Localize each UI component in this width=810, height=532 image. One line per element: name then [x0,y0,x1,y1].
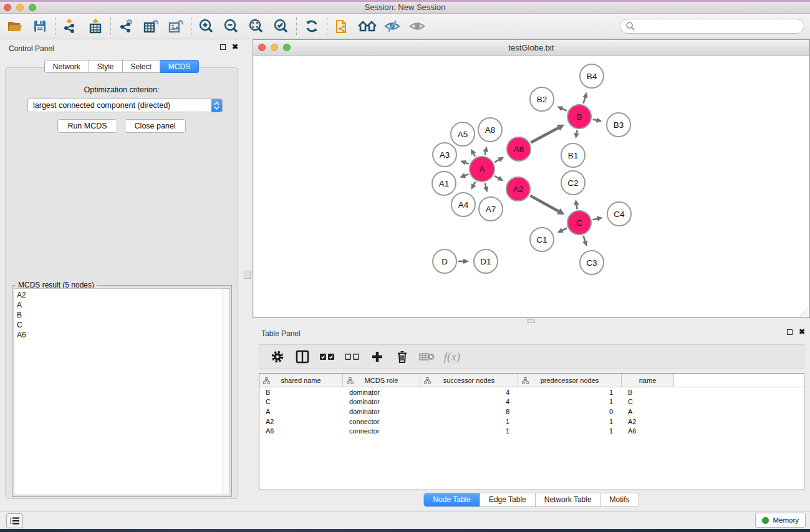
table-cell[interactable]: C [622,398,674,405]
network-canvas[interactable]: AA1A2A3A4A5A6A7A8BB1B2B3B4CC1C2C3C4DD1 [254,56,809,317]
export-image-button[interactable] [163,16,188,37]
table-row[interactable]: A6connector11A6 [259,426,804,436]
refresh-button[interactable] [299,16,324,37]
split-divider-horizontal[interactable] [253,318,810,324]
table-cell[interactable]: A2 [259,418,343,425]
table-cell[interactable]: A [622,408,674,415]
split-divider-vertical[interactable] [243,39,253,511]
show-panels-button[interactable] [405,16,430,37]
graph-node-A8[interactable]: A8 [478,118,502,142]
graph-node-A5[interactable]: A5 [451,122,475,146]
column-header-name[interactable]: name [622,374,674,387]
table-cell[interactable]: 1 [420,427,518,435]
tab-network-table[interactable]: Network Table [535,493,600,506]
table-cell[interactable]: 1 [420,418,518,425]
edge-B-B3[interactable] [593,119,597,120]
table-cell[interactable]: 4 [420,389,518,396]
table-cell[interactable]: 1 [518,398,622,405]
resize-grip-icon[interactable] [800,308,808,316]
graph-node-C3[interactable]: C3 [580,251,604,274]
mcds-result-list[interactable]: A2ABCA6 [14,288,223,495]
graph-node-D1[interactable]: D1 [474,249,498,273]
table-cell[interactable]: B [259,389,343,396]
result-item[interactable]: C [17,320,223,330]
network-window-titlebar[interactable]: testGlobe.txt [253,40,809,56]
graph-node-A1[interactable]: A1 [432,172,456,195]
close-panel-button[interactable]: Close panel [125,119,186,133]
table-cell[interactable]: B [622,389,674,396]
graph-node-C[interactable]: C [567,211,591,235]
table-cell[interactable]: A6 [622,427,674,435]
add-column-button[interactable] [367,347,388,367]
table-cell[interactable]: 0 [518,408,622,415]
table-cell[interactable]: A2 [622,418,674,425]
edge-A2-C[interactable] [530,196,558,211]
graph-node-A7[interactable]: A7 [479,197,503,221]
edge-A-A4[interactable] [474,181,476,185]
table-cell[interactable]: A [259,408,343,415]
edge-C-C3[interactable] [584,236,586,241]
tab-network[interactable]: Network [44,60,89,73]
table-cell[interactable]: 8 [420,408,518,415]
table-row[interactable]: Adominator80A [259,407,804,417]
divider-handle[interactable] [527,319,535,323]
edge-A-A6[interactable] [494,160,499,162]
table-cell[interactable]: C [259,398,343,405]
table-row[interactable]: Bdominator41B [259,387,804,397]
float-panel-icon[interactable] [220,44,226,50]
table-cell[interactable]: A6 [259,427,343,435]
edge-A6-B[interactable] [531,128,558,143]
select-all-button[interactable] [317,347,338,367]
graph-node-C2[interactable]: C2 [561,171,585,195]
memory-button[interactable]: Memory [755,513,806,528]
graph-node-C4[interactable]: C4 [607,202,631,226]
close-panel-icon[interactable]: ✖ [799,329,805,336]
new-network-from-file-button[interactable] [330,16,355,37]
graph-node-B2[interactable]: B2 [530,87,554,111]
table-cell[interactable]: 1 [518,418,622,425]
table-cell[interactable]: dominator [343,398,420,405]
edge-C-C1[interactable] [562,228,567,230]
network-graph[interactable]: AA1A2A3A4A5A6A7A8BB1B2B3B4CC1C2C3C4DD1 [254,56,809,317]
graph-node-B4[interactable]: B4 [580,64,604,88]
split-view-button[interactable] [292,347,313,367]
tab-motifs[interactable]: Motifs [600,493,639,506]
edge-A-A3[interactable] [466,163,469,164]
column-header-successor-nodes[interactable]: successor nodes [420,374,518,387]
export-network-button[interactable] [113,16,138,37]
close-panel-icon[interactable]: ✖ [232,44,238,51]
tab-style[interactable]: Style [89,60,123,73]
column-header-shared-name[interactable]: shared name [259,374,343,387]
graph-node-B[interactable]: B [567,105,591,128]
tab-node-table[interactable]: Node Table [424,493,480,506]
result-item[interactable]: A6 [17,330,223,340]
graph-node-C1[interactable]: C1 [530,228,554,251]
table-row[interactable]: Cdominator41C [259,397,804,407]
tab-mcds[interactable]: MCDS [160,60,199,73]
edge-A-A2[interactable] [494,176,498,178]
export-table-button[interactable] [138,16,163,37]
graph-node-A[interactable]: A [470,157,494,181]
hide-panels-button[interactable] [380,16,405,37]
edge-A-A8[interactable] [485,152,486,155]
search-input[interactable] [620,19,804,34]
edge-B-B4[interactable] [583,97,585,104]
delete-table-button[interactable] [417,347,438,367]
delete-column-button[interactable] [392,347,413,367]
table-cell[interactable]: connector [343,427,420,435]
task-history-button[interactable] [6,513,23,528]
table-cell[interactable]: dominator [343,408,420,415]
table-cell[interactable]: 1 [518,427,622,435]
result-item[interactable]: A2 [17,290,223,300]
import-network-button[interactable] [58,16,83,37]
open-session-button[interactable] [2,16,27,37]
table-row[interactable]: A2connector11A2 [259,417,804,427]
save-session-button[interactable] [27,16,52,37]
zoom-in-button[interactable] [194,16,219,37]
node-table[interactable]: shared nameMCDS rolesuccessor nodesprede… [259,373,804,490]
edge-B-B1[interactable] [577,130,577,133]
graph-node-B1[interactable]: B1 [561,143,585,167]
function-builder-button[interactable]: f(x) [441,347,463,367]
tab-select[interactable]: Select [123,60,160,73]
zoom-selected-button[interactable] [269,16,294,37]
